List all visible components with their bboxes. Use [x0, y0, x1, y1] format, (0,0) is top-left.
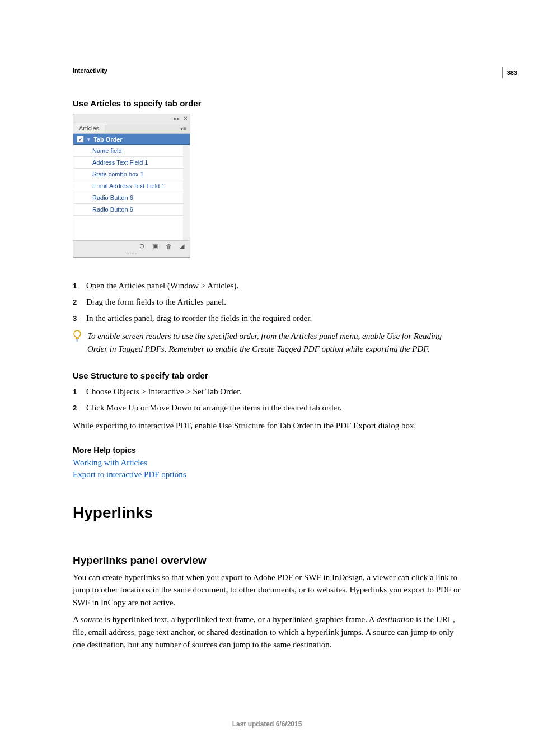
- emphasis-destination: destination: [377, 615, 414, 624]
- step-item: 2Click Move Up or Move Down to arrange t…: [73, 402, 461, 414]
- panel-bottom-grip-icon: ▪▪▪▪▪▪: [73, 251, 190, 257]
- panel-close-icon[interactable]: ✕: [183, 115, 188, 122]
- step-text: Choose Objects > Interactive > Set Tab O…: [86, 386, 241, 398]
- step-number: 2: [73, 402, 79, 414]
- step-text: Click Move Up or Move Down to arrange th…: [86, 402, 341, 414]
- step-text: In the articles panel, drag to reorder t…: [86, 312, 312, 324]
- list-item[interactable]: Radio Button 6: [73, 192, 183, 204]
- article-name-label: Tab Order: [93, 136, 123, 143]
- panel-topbar: ▸▸ ✕: [73, 114, 190, 123]
- help-link-export-pdf[interactable]: Export to interactive PDF options: [73, 470, 461, 479]
- body-paragraph: While exporting to interactive PDF, enab…: [73, 419, 461, 432]
- list-item[interactable]: Name field: [73, 145, 183, 157]
- disclosure-triangle-icon[interactable]: ▾: [87, 137, 90, 142]
- list-item[interactable]: Radio Button 6: [73, 204, 183, 216]
- steps-list-b: 1Choose Objects > Interactive > Set Tab …: [73, 386, 461, 414]
- step-number: 1: [73, 280, 79, 292]
- more-help-heading: More Help topics: [73, 446, 461, 455]
- scroll-up-icon[interactable]: ▲: [183, 145, 189, 152]
- footer-last-updated: Last updated 6/6/2015: [0, 720, 534, 728]
- svg-point-0: [74, 330, 81, 337]
- panel-list-area: ▲ Name field Address Text Field 1 State …: [73, 145, 190, 240]
- add-selection-icon[interactable]: ⊕: [139, 242, 144, 250]
- step-number: 2: [73, 296, 79, 308]
- panel-article-header[interactable]: ✓ ▾ Tab Order: [73, 134, 190, 145]
- panel-menu-icon[interactable]: ▾≡: [177, 125, 190, 132]
- body-paragraph: You can create hyperlinks so that when y…: [73, 571, 461, 609]
- step-item: 1Choose Objects > Interactive > Set Tab …: [73, 386, 461, 398]
- new-article-icon[interactable]: ▣: [152, 242, 158, 250]
- tip-text: To enable screen readers to use the spec…: [87, 330, 461, 355]
- step-item: 3In the articles panel, drag to reorder …: [73, 312, 461, 324]
- text-fragment: is hyperlinked text, a hyperlinked text …: [102, 615, 376, 624]
- scroll-down-icon[interactable]: ▼: [183, 234, 189, 240]
- help-link-working-articles[interactable]: Working with Articles: [73, 458, 461, 468]
- delete-icon[interactable]: 🗑: [166, 243, 172, 250]
- step-number: 3: [73, 312, 79, 324]
- list-item[interactable]: Address Text Field 1: [73, 157, 183, 169]
- major-heading-hyperlinks: Hyperlinks: [73, 504, 461, 522]
- step-number: 1: [73, 386, 79, 398]
- step-text: Open the Articles panel (Window > Articl…: [86, 280, 238, 292]
- subheading-hyperlinks-overview: Hyperlinks panel overview: [73, 554, 461, 567]
- steps-list-a: 1Open the Articles panel (Window > Artic…: [73, 280, 461, 324]
- emphasis-source: source: [81, 615, 102, 624]
- heading-use-structure: Use Structure to specify tab order: [73, 371, 461, 380]
- step-text: Drag the form fields to the Articles pan…: [86, 296, 226, 308]
- resize-grip-icon: ◢: [180, 242, 184, 250]
- list-item[interactable]: Email Address Text Field 1: [73, 180, 183, 192]
- body-paragraph: A source is hyperlinked text, a hyperlin…: [73, 613, 461, 651]
- page-number: 383: [502, 67, 517, 78]
- tip-note: To enable screen readers to use the spec…: [73, 330, 461, 355]
- heading-use-articles: Use Articles to specify tab order: [73, 99, 461, 108]
- articles-tab[interactable]: Articles: [73, 123, 105, 133]
- list-item[interactable]: State combo box 1: [73, 169, 183, 180]
- article-checkbox-icon[interactable]: ✓: [77, 136, 84, 143]
- step-item: 1Open the Articles panel (Window > Artic…: [73, 280, 461, 292]
- breadcrumb: Interactivity: [73, 67, 461, 74]
- articles-panel: ▸▸ ✕ Articles ▾≡ ✓ ▾ Tab Order ▲ Name fi…: [73, 114, 190, 258]
- step-item: 2Drag the form fields to the Articles pa…: [73, 296, 461, 308]
- panel-footer: ⊕ ▣ 🗑 ◢: [73, 240, 190, 251]
- panel-collapse-icon[interactable]: ▸▸: [174, 115, 180, 122]
- lightbulb-icon: [73, 330, 82, 342]
- text-fragment: A: [73, 615, 81, 624]
